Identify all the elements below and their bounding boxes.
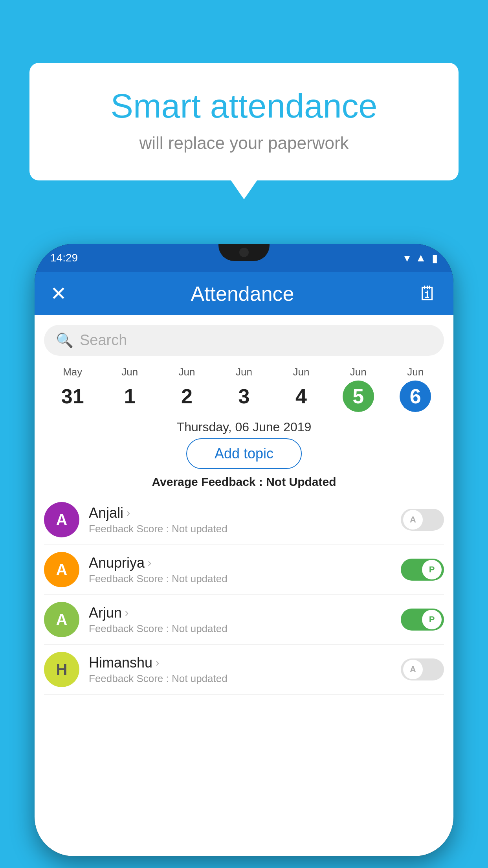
date-col[interactable]: May31: [44, 366, 101, 412]
date-col[interactable]: Jun1: [101, 366, 158, 412]
date-day[interactable]: 5: [343, 381, 374, 412]
search-input-placeholder: Search: [80, 332, 127, 349]
feedback-score: Feedback Score : Not updated: [89, 573, 391, 585]
date-month: Jun: [350, 366, 367, 378]
student-info: Anjali ›Feedback Score : Not updated: [89, 505, 391, 535]
student-name[interactable]: Arjun ›: [89, 605, 391, 621]
speech-bubble-container: Smart attendance will replace your paper…: [29, 63, 459, 180]
feedback-score: Feedback Score : Not updated: [89, 623, 391, 635]
date-month: Jun: [121, 366, 138, 378]
date-col[interactable]: Jun4: [273, 366, 330, 412]
date-day[interactable]: 6: [400, 381, 431, 412]
app-bar: ✕ Attendance 🗓: [35, 272, 453, 315]
app-bar-title: Attendance: [67, 282, 418, 305]
avg-feedback-value: Not Updated: [266, 475, 336, 488]
speech-bubble-subtitle: will replace your paperwork: [61, 133, 427, 153]
chevron-icon: ›: [156, 657, 159, 669]
attendance-toggle[interactable]: P: [401, 559, 444, 581]
phone-frame: 14:29 ▾ ▲ ▮ ✕ Attendance 🗓 🔍 Search May3…: [35, 244, 453, 856]
battery-icon: ▮: [432, 252, 438, 265]
date-day[interactable]: 4: [285, 381, 317, 412]
date-col[interactable]: Jun5: [330, 366, 387, 412]
avg-feedback-label: Average Feedback :: [152, 475, 262, 488]
student-info: Arjun ›Feedback Score : Not updated: [89, 605, 391, 635]
student-row: AAnjali ›Feedback Score : Not updatedA: [44, 495, 444, 545]
date-month: May: [63, 366, 82, 378]
camera: [239, 248, 249, 257]
attendance-toggle[interactable]: A: [401, 658, 444, 680]
search-bar[interactable]: 🔍 Search: [44, 325, 444, 356]
student-row: AAnupriya ›Feedback Score : Not updatedP: [44, 545, 444, 595]
attendance-toggle[interactable]: P: [401, 609, 444, 631]
chevron-icon: ›: [127, 507, 130, 519]
date-day[interactable]: 31: [57, 381, 88, 412]
student-info: Himanshu ›Feedback Score : Not updated: [89, 655, 391, 685]
avatar: A: [44, 552, 79, 587]
selected-date-label: Thursday, 06 June 2019: [35, 420, 453, 434]
date-col[interactable]: Jun6: [387, 366, 444, 412]
feedback-score: Feedback Score : Not updated: [89, 523, 391, 535]
wifi-icon: ▾: [404, 252, 410, 265]
phone-notch: [218, 244, 270, 261]
date-col[interactable]: Jun3: [215, 366, 272, 412]
signal-icon: ▲: [415, 252, 426, 264]
avatar: A: [44, 602, 79, 637]
avg-feedback: Average Feedback : Not Updated: [35, 475, 453, 489]
date-strip: May31Jun1Jun2Jun3Jun4Jun5Jun6: [35, 362, 453, 416]
student-row: AArjun ›Feedback Score : Not updatedP: [44, 595, 444, 645]
date-day[interactable]: 3: [228, 381, 260, 412]
date-month: Jun: [407, 366, 424, 378]
close-icon[interactable]: ✕: [50, 282, 67, 305]
avatar: A: [44, 502, 79, 537]
date-month: Jun: [293, 366, 309, 378]
status-icons: ▾ ▲ ▮: [404, 252, 438, 265]
student-row: HHimanshu ›Feedback Score : Not updatedA: [44, 645, 444, 695]
status-bar: 14:29 ▾ ▲ ▮: [35, 244, 453, 272]
chevron-icon: ›: [125, 607, 128, 619]
search-icon: 🔍: [56, 332, 73, 349]
date-day[interactable]: 1: [114, 381, 145, 412]
feedback-score: Feedback Score : Not updated: [89, 673, 391, 685]
speech-bubble: Smart attendance will replace your paper…: [29, 63, 459, 180]
add-topic-button[interactable]: Add topic: [186, 438, 302, 469]
calendar-icon[interactable]: 🗓: [418, 282, 438, 305]
student-name[interactable]: Anupriya ›: [89, 555, 391, 571]
date-day[interactable]: 2: [171, 381, 203, 412]
status-time: 14:29: [50, 252, 78, 264]
avatar: H: [44, 652, 79, 687]
student-name[interactable]: Himanshu ›: [89, 655, 391, 671]
speech-bubble-title: Smart attendance: [61, 86, 427, 125]
student-info: Anupriya ›Feedback Score : Not updated: [89, 555, 391, 585]
student-name[interactable]: Anjali ›: [89, 505, 391, 521]
date-month: Jun: [236, 366, 252, 378]
attendance-toggle[interactable]: A: [401, 509, 444, 531]
date-col[interactable]: Jun2: [158, 366, 215, 412]
chevron-icon: ›: [148, 557, 151, 569]
date-month: Jun: [179, 366, 195, 378]
screen-content: 🔍 Search May31Jun1Jun2Jun3Jun4Jun5Jun6 T…: [35, 315, 453, 856]
student-list: AAnjali ›Feedback Score : Not updatedAAA…: [35, 495, 453, 695]
